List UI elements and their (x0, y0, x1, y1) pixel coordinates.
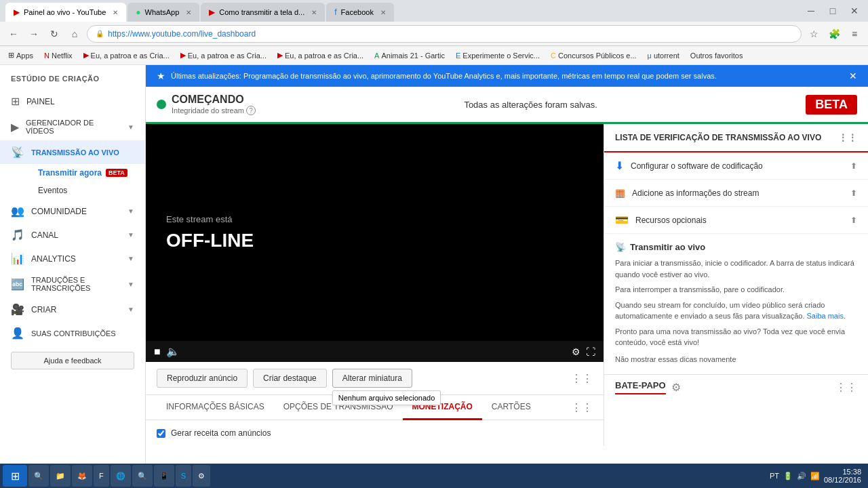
checklist-grid-icon[interactable]: ⋮⋮ (838, 132, 857, 143)
sidebar-item-criar[interactable]: 🎥 CRIAR ▼ (0, 298, 145, 321)
saiba-mais-link[interactable]: Saiba mais. (807, 312, 846, 320)
checklist-expand-1[interactable]: ⬆ (850, 161, 857, 171)
chat-settings-icon[interactable]: ⚙ (671, 381, 681, 394)
monetization-checkbox[interactable] (157, 429, 165, 438)
bookmark-animais[interactable]: A Animais 21 - Gartic (372, 50, 448, 61)
painel-label: PAINEL (26, 97, 55, 106)
tab-favicon-youtube: ▶ (14, 7, 20, 17)
concursos-label: Concursos Públicos e... (558, 52, 637, 60)
sidebar-item-comunidade[interactable]: 👥 COMUNIDADE ▼ (0, 199, 145, 223)
sidebar-sub-transmitir[interactable]: Transmitir agora BETA (27, 164, 145, 182)
tab-cartoes[interactable]: CARTÕES (482, 395, 540, 420)
sidebar-item-traducoes[interactable]: 🔤 TRADUÇÕES E TRANSCRIÇÕES ▼ (0, 270, 145, 298)
hide-hints-button[interactable]: Não mostrar essas dicas novamente (615, 352, 736, 366)
chat-grid-icon[interactable]: ⋮⋮ (835, 381, 857, 394)
ad-button[interactable]: Reproduzir anúncio (157, 369, 248, 388)
start-button[interactable]: ⊞ (3, 465, 27, 487)
live-section-title: Transmitir ao vivo (630, 242, 705, 252)
stream-status: COMEÇANDO Integridade do stream ? (157, 94, 256, 115)
checklist-title: LISTA DE VERIFICAÇÃO DE TRANSMISSÃO AO V… (615, 133, 821, 142)
live-section-icon: 📡 (615, 242, 626, 252)
taskbar-explorer[interactable]: 📁 (50, 465, 71, 487)
maximize-button[interactable]: □ (825, 3, 841, 19)
sidebar-item-videos[interactable]: ▶ GERENCIADOR DE VÍDEOS ▼ (0, 113, 145, 140)
bookmark-netflix[interactable]: N Netflix (41, 50, 75, 61)
mute-button[interactable]: 🔈 (166, 345, 180, 358)
sidebar-item-transmissao[interactable]: 📡 TRANSMISSÃO AO VIVO (0, 140, 145, 164)
back-button[interactable]: ← (5, 26, 22, 42)
bookmark-utorrent[interactable]: μ utorrent (645, 50, 682, 61)
taskbar-whatsapp[interactable]: 📱 (154, 465, 174, 487)
analytics-chevron: ▼ (127, 255, 134, 262)
sidebar-item-contribuicoes[interactable]: 👤 SUAS CONTRIBUIÇÕES (0, 321, 145, 345)
sidebar-sub-eventos[interactable]: Eventos (27, 182, 145, 199)
checklist-item-2[interactable]: ▦ Adicione as informações do stream ⬆ (604, 180, 868, 207)
bookmark-outros[interactable]: Outros favoritos (688, 50, 746, 61)
taskbar-search2[interactable]: 🔍 (132, 465, 153, 487)
taskbar-app2[interactable]: ⚙ (193, 465, 210, 487)
notification-close[interactable]: ✕ (849, 70, 857, 81)
reload-button[interactable]: ↻ (46, 26, 62, 42)
taskbar-skype[interactable]: S (176, 465, 191, 487)
stop-button[interactable]: ■ (154, 346, 161, 358)
tabs-grid-icon[interactable]: ⋮⋮ (571, 401, 593, 414)
live-section-p2: Para interromper a transmissão, pare o c… (615, 284, 857, 296)
stream-status-sub: Integridade do stream ? (172, 106, 256, 115)
settings-button[interactable]: ⚙ (572, 346, 580, 357)
analytics-icon: 📊 (11, 252, 24, 265)
taskbar-clock: 15:38 08/12/2016 (824, 468, 861, 484)
bookmarks-bar: ⊞ Apps N Netflix ▶ Eu, a patroa e as Cri… (0, 46, 868, 65)
extensions-button[interactable]: 🧩 (826, 26, 842, 42)
tab-label-whatsapp: WhatsApp (145, 8, 180, 16)
notification-banner: ★ Últimas atualizações: Programação de t… (146, 65, 868, 87)
sidebar-item-analytics[interactable]: 📊 ANALYTICS ▼ (0, 247, 145, 270)
thumbnail-button[interactable]: Alterar miniatura (332, 369, 412, 388)
menu-button[interactable]: ≡ (846, 26, 863, 42)
bookmark-experimente[interactable]: E Experimente o Servic... (453, 50, 542, 61)
tab-info[interactable]: INFORMAÇÕES BÁSICAS (157, 395, 274, 420)
taskbar-chrome[interactable]: 🌐 (111, 465, 131, 487)
sidebar-item-canal[interactable]: 🎵 CANAL ▼ (0, 223, 145, 247)
close-button[interactable]: ✕ (846, 3, 863, 19)
tab-close-whatsapp[interactable]: ✕ (186, 9, 191, 16)
eu3-label: Eu, a patroa e as Cria... (285, 52, 363, 60)
bookmark-eu3[interactable]: ▶ Eu, a patroa e as Cria... (275, 49, 366, 61)
tab-transmitir[interactable]: ▶ Como transmitir a tela d... ✕ (201, 3, 325, 22)
checklist-expand-3[interactable]: ⬆ (850, 216, 857, 225)
checklist-item-3[interactable]: 💳 Recursos opcionais ⬆ (604, 207, 868, 234)
highlight-button[interactable]: Criar destaque (253, 369, 327, 388)
tab-close-transmitir[interactable]: ✕ (311, 9, 317, 16)
tab-facebook[interactable]: f Facebook ✕ (326, 3, 394, 22)
taskbar-battery-icon: 🔋 (783, 472, 793, 481)
chat-tab[interactable]: BATE-PAPO (615, 380, 666, 394)
minimize-button[interactable]: ─ (803, 3, 819, 19)
checklist-item-1[interactable]: ⬇ Configurar o software de codificação ⬆ (604, 152, 868, 180)
analytics-label: ANALYTICS (31, 254, 76, 264)
sidebar-item-painel[interactable]: ⊞ PAINEL (0, 89, 145, 113)
bookmark-button[interactable]: ☆ (806, 26, 822, 42)
canal-label: CANAL (31, 230, 58, 240)
taskbar-search[interactable]: 🔍 (28, 465, 49, 487)
taskbar-network-icon: 📶 (810, 472, 820, 481)
action-grid-icon[interactable]: ⋮⋮ (571, 372, 593, 385)
taskbar-app1[interactable]: F (94, 465, 109, 487)
netflix-icon: N (44, 52, 50, 60)
fullscreen-button[interactable]: ⛶ (586, 346, 595, 357)
checklist-expand-2[interactable]: ⬆ (850, 188, 857, 198)
browser-tabs: ▶ Painel ao vivo - YouTube ✕ ● WhatsApp … (5, 0, 394, 22)
bookmark-eu1[interactable]: ▶ Eu, a patroa e as Cria... (81, 49, 172, 61)
home-button[interactable]: ⌂ (66, 26, 83, 42)
address-bar[interactable]: 🔒 https://www.youtube.com/live_dashboard (87, 25, 802, 43)
tab-whatsapp[interactable]: ● WhatsApp ✕ (127, 3, 199, 22)
forward-button[interactable]: → (26, 26, 42, 42)
eu1-label: Eu, a patroa e as Cria... (91, 52, 170, 60)
checkbox-row: Gerar receita com anúncios (146, 420, 604, 446)
taskbar-firefox[interactable]: 🦊 (72, 465, 92, 487)
bookmark-apps[interactable]: ⊞ Apps (5, 49, 36, 61)
tab-close-facebook[interactable]: ✕ (380, 9, 386, 16)
bookmark-eu2[interactable]: ▶ Eu, a patroa e as Cria... (178, 49, 269, 61)
bookmark-concursos[interactable]: C Concursos Públicos e... (548, 50, 639, 61)
help-button[interactable]: Ajuda e feedback (11, 352, 134, 369)
tab-close-youtube[interactable]: ✕ (113, 9, 118, 16)
tab-youtube[interactable]: ▶ Painel ao vivo - YouTube ✕ (5, 3, 126, 22)
